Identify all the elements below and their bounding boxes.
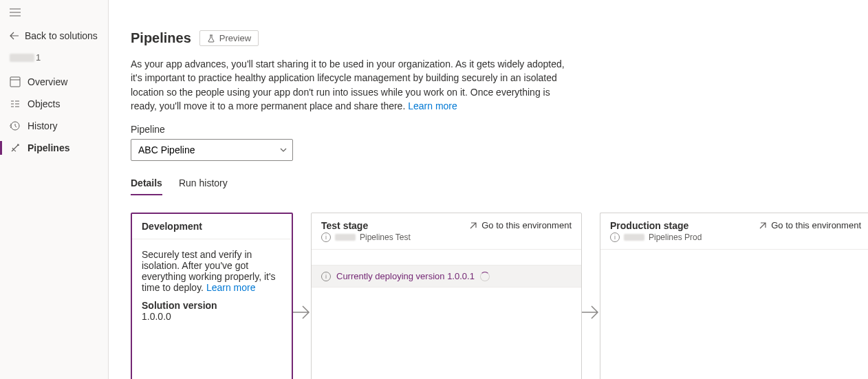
redacted-text: [624, 234, 644, 241]
card-body: [600, 250, 868, 379]
nav-list: Overview Objects History Pipelines: [0, 71, 108, 159]
back-to-solutions-link[interactable]: Back to solutions: [0, 25, 108, 47]
overview-icon: [10, 76, 21, 87]
pipeline-select[interactable]: ABC Pipeline: [131, 139, 293, 161]
beaker-icon: [207, 34, 215, 43]
goto-environment-link[interactable]: Go to this environment: [759, 220, 861, 230]
redacted-text: [335, 234, 356, 241]
info-icon: i: [610, 232, 620, 242]
card-head: Test stage i Pipelines Test Go to this e…: [312, 213, 581, 250]
nav-item-objects[interactable]: Objects: [0, 93, 108, 115]
learn-more-link[interactable]: Learn more: [206, 282, 256, 293]
stages-row: Development Securely test and verify in …: [131, 213, 868, 379]
environment-line: i Pipelines Test: [321, 232, 411, 242]
history-icon: [10, 120, 21, 131]
arrow-left-icon: [10, 31, 19, 41]
stage-card-test: Test stage i Pipelines Test Go to this e…: [311, 213, 582, 379]
tab-details[interactable]: Details: [131, 177, 162, 195]
solution-name: 1: [0, 47, 108, 68]
svg-rect-0: [10, 77, 20, 87]
redacted-text: [10, 54, 34, 62]
tab-run-history[interactable]: Run history: [179, 177, 228, 195]
open-icon: [469, 221, 477, 230]
back-label: Back to solutions: [25, 30, 98, 41]
arrow-icon: [293, 213, 311, 379]
main-content: Pipelines Preview As your app advances, …: [109, 0, 868, 379]
hamburger-button[interactable]: [0, 0, 108, 25]
nav-item-history[interactable]: History: [0, 115, 108, 137]
pipeline-select-wrap: ABC Pipeline: [131, 139, 293, 161]
page-header: Pipelines Preview: [131, 30, 868, 46]
sidebar: Back to solutions 1 Overview Objects His…: [0, 0, 109, 379]
objects-icon: [10, 98, 21, 109]
stage-card-development: Development Securely test and verify in …: [131, 213, 293, 379]
solution-version-label: Solution version: [142, 300, 282, 311]
card-head: Development: [132, 214, 292, 239]
nav-label: History: [28, 120, 58, 131]
preview-badge: Preview: [199, 30, 259, 46]
card-body: [312, 288, 581, 379]
deploy-status-banner: i Currently deploying version 1.0.0.1: [312, 265, 581, 288]
learn-more-link[interactable]: Learn more: [408, 100, 457, 111]
pipeline-field-label: Pipeline: [131, 124, 868, 135]
page-title: Pipelines: [131, 30, 191, 46]
hamburger-icon: [10, 8, 21, 17]
info-icon: i: [321, 232, 331, 242]
stage-title: Development: [142, 221, 202, 232]
card-body: Securely test and verify in isolation. A…: [132, 239, 292, 379]
stage-card-production: Production stage i Pipelines Prod Go to …: [600, 213, 868, 379]
goto-environment-link[interactable]: Go to this environment: [469, 220, 572, 230]
solution-version-value: 1.0.0.0: [142, 311, 282, 322]
environment-line: i Pipelines Prod: [610, 232, 702, 242]
nav-label: Pipelines: [28, 142, 69, 153]
stage-title: Production stage: [610, 220, 702, 231]
page-description: As your app advances, you'll start shari…: [131, 57, 571, 113]
open-icon: [759, 221, 767, 230]
spinner-icon: [480, 272, 490, 281]
card-head: Production stage i Pipelines Prod Go to …: [600, 213, 868, 250]
tabs: Details Run history: [131, 177, 868, 196]
nav-item-overview[interactable]: Overview: [0, 71, 108, 93]
stage-title: Test stage: [321, 220, 411, 231]
nav-label: Overview: [28, 76, 67, 87]
nav-label: Objects: [28, 98, 60, 109]
pipelines-icon: [10, 142, 21, 153]
nav-item-pipelines[interactable]: Pipelines: [0, 137, 108, 159]
info-icon: i: [321, 272, 331, 281]
arrow-icon: [582, 213, 600, 379]
